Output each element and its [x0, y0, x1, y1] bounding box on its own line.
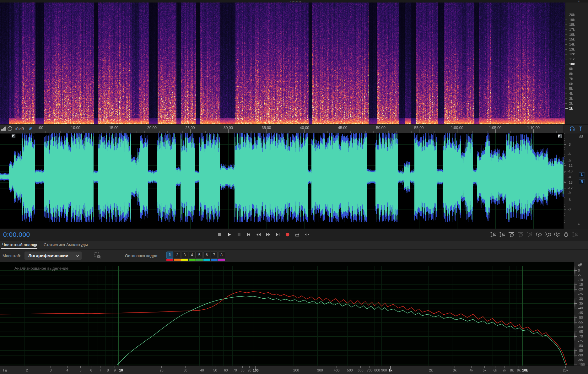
freq-axis-label: 2k	[569, 101, 573, 105]
audition-window: •••••••• ▼ Hz 20k19k18k17k16k15k14k13k12…	[0, 0, 588, 374]
zoom-to-selection-button[interactable]	[553, 230, 560, 239]
frame-hold-button-8[interactable]: 8	[218, 252, 225, 259]
scale-dropdown[interactable]: Логарифмический	[24, 252, 82, 260]
frame-hold-buttons: 12345678	[166, 252, 235, 261]
loop-playback-button[interactable]	[294, 230, 301, 239]
timeline-label: 1:10:00	[527, 126, 540, 130]
freq-axis-label: 400	[334, 368, 339, 372]
tab-amplitude-statistics[interactable]: Статистика Амплитуды	[44, 241, 88, 249]
skip-selection-button[interactable]	[304, 230, 310, 239]
analysis-controls: Масштаб: Логарифмический Остановка кадра…	[0, 249, 588, 262]
headphones-icon[interactable]	[569, 126, 575, 132]
frequency-plot-canvas[interactable]	[0, 262, 574, 366]
db-axis-label: -80	[578, 344, 583, 348]
frame-hold-button-2[interactable]: 2	[174, 252, 181, 259]
scroll-up-icon[interactable]: ▲	[578, 222, 580, 225]
level-meter-icon[interactable]	[1, 126, 6, 132]
freq-axis-label: 90	[247, 368, 251, 372]
freq-axis-label: 200	[293, 368, 299, 372]
fade-out-handle[interactable]	[558, 134, 562, 138]
reset-zoom-button[interactable]	[563, 230, 569, 239]
freq-axis-label: 30	[183, 368, 187, 372]
active-tab-underline	[1, 248, 37, 249]
freq-axis-label: 4k	[569, 92, 573, 95]
grip-dots-icon: ••••••••	[290, 1, 303, 2]
freq-axis-label: 700	[367, 368, 372, 372]
waveform-db-axis[interactable]: dB L R ▲ -3-3-6-6-9-9-12-12-18-18-∞	[564, 133, 588, 229]
freq-axis-label: 16k	[569, 33, 575, 36]
frame-hold-button-5[interactable]: 5	[196, 252, 203, 259]
time-display[interactable]: 0:00.000	[3, 231, 30, 238]
zoom-amplitude-button	[572, 230, 579, 239]
frequency-plot[interactable]: Анализированое выделение	[0, 262, 574, 366]
channel-badge-left[interactable]: L	[579, 172, 585, 177]
rewind-button[interactable]	[255, 230, 262, 239]
timeline-label: 55:00	[414, 126, 423, 130]
record-button[interactable]	[284, 230, 291, 239]
plot-db-axis: дБ 0-5-10-15-20-25-30-35-40-45-50-55-60-…	[574, 262, 588, 366]
freq-axis-label: 20k	[563, 368, 569, 372]
fade-in-handle[interactable]	[12, 134, 15, 138]
freq-axis-label: 4k	[470, 368, 473, 372]
zoom-to-in-point-button[interactable]	[535, 230, 542, 239]
freq-axis-label: 11k	[569, 57, 575, 61]
freq-axis-label: 50	[213, 368, 217, 372]
db-axis-label: -60	[578, 325, 583, 329]
zoom-buttons	[490, 230, 579, 239]
freq-axis-label: 14k	[569, 42, 575, 46]
freq-axis-label: 100	[253, 368, 258, 372]
db-axis-label: -65	[578, 330, 583, 333]
channel-badge-right[interactable]: R	[579, 179, 585, 184]
gain-readout[interactable]: +0 dB	[14, 127, 24, 131]
transport-buttons	[216, 230, 310, 239]
copy-frame-icon[interactable]	[94, 252, 101, 260]
freq-axis-label: 2k	[429, 368, 433, 372]
db-axis-label: -3	[568, 143, 571, 146]
db-axis-label: 0	[578, 268, 580, 272]
db-axis-label: -35	[578, 301, 583, 305]
tab-frequency-analysis[interactable]: Частотный анализ	[2, 241, 37, 249]
spectrogram-frequency-axis[interactable]: Hz 20k19k18k17k16k15k14k13k12k11k10k9k8k…	[565, 3, 588, 124]
play-button[interactable]	[226, 230, 233, 239]
freq-axis-label: 17k	[569, 28, 575, 31]
db-axis-label: -85	[578, 349, 583, 352]
freq-axis-label: 4	[66, 368, 68, 372]
frame-color-bar	[211, 259, 218, 261]
zoom-in-horizontal-button[interactable]	[508, 230, 515, 239]
db-axis-label: -3	[568, 207, 571, 211]
pin-icon[interactable]	[28, 126, 32, 132]
zoom-in-vertical-button[interactable]	[490, 230, 497, 239]
clock-icon[interactable]	[7, 126, 13, 133]
db-axis-label: -6	[568, 152, 571, 156]
panel-menu-icon[interactable]	[33, 243, 37, 248]
zoom-out-vertical-button[interactable]	[499, 230, 506, 239]
playhead[interactable]	[1, 125, 1, 229]
timeline-label: 1:00:00	[451, 126, 463, 130]
frame-hold-button-6[interactable]: 6	[203, 252, 210, 259]
frame-hold-button-1[interactable]: 1	[166, 252, 173, 259]
frame-hold-button-7[interactable]: 7	[211, 252, 218, 259]
freq-axis-label: 15k	[569, 37, 575, 41]
marker-icon[interactable]	[579, 126, 583, 132]
go-to-end-button[interactable]	[274, 230, 281, 239]
timeline-label: 1:05:00	[489, 126, 501, 130]
freq-axis-label: 5k	[483, 368, 487, 372]
frame-hold-button-3[interactable]: 3	[181, 252, 188, 259]
fast-forward-button[interactable]	[265, 230, 272, 239]
db-axis-label: -20	[578, 287, 583, 291]
freq-axis-label: 1k	[388, 368, 392, 372]
pause-button[interactable]	[235, 230, 242, 239]
waveform-canvas[interactable]	[0, 133, 564, 229]
stop-button[interactable]	[216, 230, 223, 239]
freq-axis-label: 800	[374, 368, 380, 372]
freq-axis-label: 80	[240, 368, 244, 372]
spectrogram-canvas[interactable]	[0, 3, 565, 124]
timeline-label: 10:00	[71, 126, 80, 130]
analysis-tabbar: Частотный анализ Статистика Амплитуды	[0, 241, 588, 249]
timeline-ruler[interactable]: :0010:0015:0020:0025:0030:0035:0040:0045…	[0, 124, 588, 134]
db-axis-label: -90	[578, 353, 583, 357]
db-axis-label: -12	[568, 164, 573, 167]
go-to-start-button[interactable]	[245, 230, 252, 239]
frame-hold-button-4[interactable]: 4	[189, 252, 196, 259]
zoom-to-out-point-button[interactable]	[544, 230, 551, 239]
